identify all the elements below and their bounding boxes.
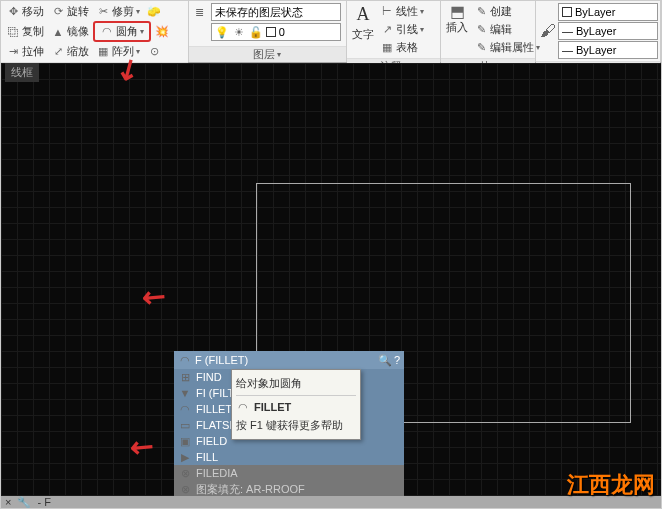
move-label: 移动 <box>22 4 44 19</box>
move-button[interactable]: ✥移动 <box>3 3 47 20</box>
rotate-button[interactable]: ⟳旋转 <box>48 3 92 20</box>
lock-icon: 🔓 <box>249 25 263 39</box>
rotate-icon: ⟳ <box>51 5 65 19</box>
edit-block-button[interactable]: ✎编辑 <box>471 21 543 38</box>
filter-icon: ▼ <box>178 386 192 400</box>
edit-icon: ✎ <box>474 23 488 37</box>
watermark: 江西龙网 <box>567 470 655 500</box>
ac-item-fill[interactable]: ▶FILL <box>174 449 404 465</box>
trim-button[interactable]: ✂修剪▾ <box>93 3 143 20</box>
tooltip-desc: 给对象加圆角 <box>236 374 356 393</box>
stretch-icon: ⇥ <box>6 45 20 59</box>
lt-icon: — <box>562 44 573 56</box>
flatshot-icon: ▭ <box>178 418 192 432</box>
fillet-button[interactable]: ◠圆角▾ <box>97 23 147 40</box>
move-icon: ✥ <box>6 5 20 19</box>
fillet-hdr-icon: ◠ <box>178 353 192 367</box>
create-label: 创建 <box>490 4 512 19</box>
lineweight-dropdown[interactable]: —ByLayer <box>558 22 658 40</box>
layer-dropdown[interactable]: 💡 ☀ 🔓 0 <box>211 23 341 41</box>
tooltip-fillet-icon: ◠ <box>236 400 250 414</box>
panel-layer-title[interactable]: 图层▾ <box>189 46 346 62</box>
panel-layer: ≣ 未保存的图层状态 💡 ☀ 🔓 0 图层▾ <box>189 1 347 62</box>
layer-props-button[interactable]: ≣ <box>191 3 209 44</box>
lw-icon: — <box>562 25 573 37</box>
stretch-label: 拉伸 <box>22 44 44 59</box>
text-button[interactable]: A文字 <box>349 3 377 56</box>
wrench-icon[interactable]: 🔧 <box>17 496 31 509</box>
trim-label: 修剪 <box>112 4 134 19</box>
find-icon: ⊞ <box>178 370 192 384</box>
edit-attr-label: 编辑属性 <box>490 40 534 55</box>
panel-annotate: A文字 ⊢线性▾ ↗引线▾ ▦表格 注释▾ <box>347 1 441 62</box>
offset-button[interactable]: ⊙ <box>144 43 164 60</box>
linear-label: 线性 <box>396 4 418 19</box>
attr-icon: ✎ <box>474 41 488 55</box>
scale-label: 缩放 <box>67 44 89 59</box>
erase-icon: 🧽 <box>147 5 161 19</box>
layer-stack-icon: ≣ <box>193 5 207 19</box>
panel-block: ⬒插入 ✎创建 ✎编辑 ✎编辑属性▾ 块▾ <box>441 1 536 62</box>
layer-color-swatch <box>266 27 276 37</box>
tooltip: 给对象加圆角 ◠FILLET 按 F1 键获得更多帮助 <box>231 369 361 440</box>
explode-icon: 💥 <box>155 25 169 39</box>
color-dropdown[interactable]: ByLayer <box>558 3 658 21</box>
create-button[interactable]: ✎创建 <box>471 3 543 20</box>
mirror-button[interactable]: ▲镜像 <box>48 21 92 42</box>
edit-attr-button[interactable]: ✎编辑属性▾ <box>471 39 543 56</box>
layer-state-dropdown[interactable]: 未保存的图层状态 <box>211 3 341 21</box>
copy-icon: ⿻ <box>6 25 20 39</box>
hatch-icon: ⊗ <box>178 483 192 497</box>
bulb-icon: 💡 <box>215 25 229 39</box>
mirror-label: 镜像 <box>67 24 89 39</box>
offset-icon: ⊙ <box>147 45 161 59</box>
erase-button[interactable]: 🧽 <box>144 3 164 20</box>
scale-button[interactable]: ⤢缩放 <box>48 43 92 60</box>
explode-button[interactable]: 💥 <box>152 21 172 42</box>
insert-icon: ⬒ <box>450 4 464 18</box>
copy-label: 复制 <box>22 24 44 39</box>
fillet-highlight: ◠圆角▾ <box>93 21 151 42</box>
trim-icon: ✂ <box>96 5 110 19</box>
table-icon: ▦ <box>380 41 394 55</box>
copy-button[interactable]: ⿻复制 <box>3 21 47 42</box>
cmd-text: - F <box>37 496 50 508</box>
visual-style-tab[interactable]: 线框 <box>5 63 39 82</box>
autocomplete-header: ◠ F (FILLET) 🔍? <box>174 351 404 369</box>
sun-icon: ☀ <box>232 25 246 39</box>
create-icon: ✎ <box>474 5 488 19</box>
table-button[interactable]: ▦表格 <box>377 39 427 56</box>
lt-label: ByLayer <box>576 44 616 56</box>
leader-label: 引线 <box>396 22 418 37</box>
tooltip-label: FILLET <box>254 401 291 413</box>
text-A-icon: A <box>357 4 370 25</box>
ac-item-filedia[interactable]: ⊗FILEDIA <box>174 465 404 481</box>
mirror-icon: ▲ <box>51 25 65 39</box>
layer-name: 0 <box>279 26 285 38</box>
insert-label: 插入 <box>446 20 468 35</box>
match-button[interactable]: 🖌 <box>538 3 558 59</box>
lw-label: ByLayer <box>576 25 616 37</box>
tooltip-help: 按 F1 键获得更多帮助 <box>236 416 356 435</box>
search-icon[interactable]: 🔍 <box>378 354 392 367</box>
stretch-button[interactable]: ⇥拉伸 <box>3 43 47 60</box>
close-icon[interactable]: × <box>5 496 11 508</box>
sysvar-icon: ⊗ <box>178 466 192 480</box>
panel-props: 🖌 ByLayer —ByLayer —ByLayer 特性▾ <box>536 1 661 62</box>
fillet-icon: ◠ <box>100 25 114 39</box>
linetype-dropdown[interactable]: —ByLayer <box>558 41 658 59</box>
insert-button[interactable]: ⬒插入 <box>443 3 471 56</box>
dim-icon: ⊢ <box>380 5 394 19</box>
text-label: 文字 <box>352 27 374 42</box>
match-icon: 🖌 <box>541 24 555 38</box>
command-line[interactable]: × 🔧 - F <box>1 496 661 508</box>
color-label: ByLayer <box>575 6 615 18</box>
array-icon: ▦ <box>96 45 110 59</box>
edit-label: 编辑 <box>490 22 512 37</box>
linear-button[interactable]: ⊢线性▾ <box>377 3 427 20</box>
fill-icon: ▶ <box>178 450 192 464</box>
panel-modify: ✥移动 ⟳旋转 ✂修剪▾ 🧽 ⿻复制 ▲镜像 ◠圆角▾ 💥 ⇥拉伸 ⤢缩放 ▦阵… <box>1 1 189 62</box>
leader-button[interactable]: ↗引线▾ <box>377 21 427 38</box>
help-icon[interactable]: ? <box>394 354 400 367</box>
field-icon: ▣ <box>178 434 192 448</box>
